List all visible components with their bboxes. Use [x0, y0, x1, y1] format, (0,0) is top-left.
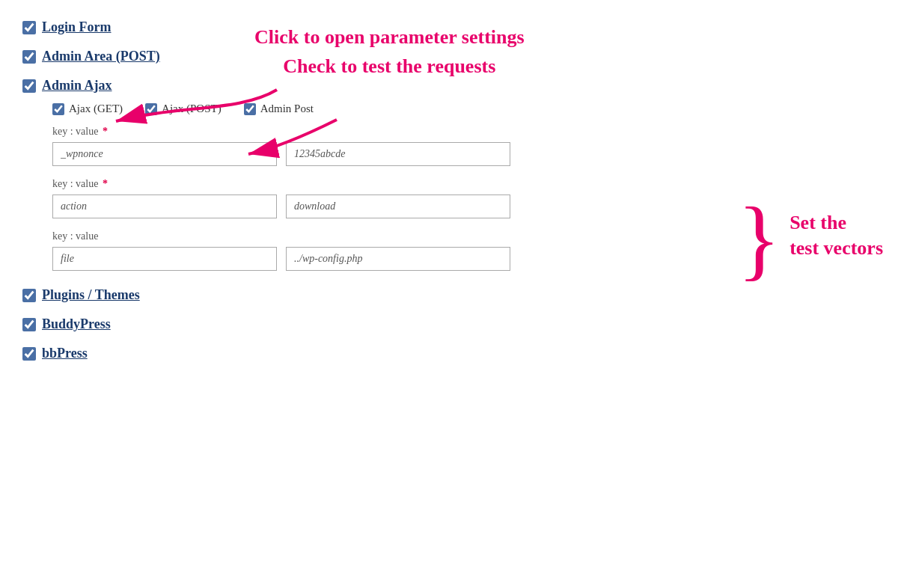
- label-admin-ajax[interactable]: Admin Ajax: [42, 78, 112, 94]
- kv-value-1[interactable]: [286, 142, 510, 166]
- sub-checkbox-ajax-post: Ajax (POST): [145, 102, 222, 115]
- kv-value-3[interactable]: [286, 247, 510, 271]
- top-annotation: Click to open parameter settings Check t…: [254, 22, 525, 81]
- label-buddypress[interactable]: BuddyPress: [42, 316, 111, 332]
- top-annotation-line2: Check to test the requests: [283, 55, 495, 77]
- checkbox-plugins-themes[interactable]: [22, 289, 36, 302]
- kv-row-1: [52, 142, 876, 166]
- checkbox-admin-post[interactable]: [244, 103, 256, 115]
- kv-value-2[interactable]: [286, 195, 510, 218]
- checkbox-ajax-post[interactable]: [145, 103, 157, 115]
- checkbox-ajax-get[interactable]: [52, 103, 64, 115]
- list-item-buddypress: BuddyPress: [22, 312, 876, 337]
- checkbox-admin-area[interactable]: [22, 50, 36, 64]
- label-plugins-themes[interactable]: Plugins / Themes: [42, 287, 140, 303]
- kv-label-1: key : value *: [52, 126, 876, 138]
- list-item-bbpress: bbPress: [22, 341, 876, 366]
- label-bbpress[interactable]: bbPress: [42, 346, 88, 361]
- side-annotation: } Set the test vectors: [738, 187, 883, 284]
- label-login-form[interactable]: Login Form: [42, 19, 112, 35]
- kv-key-3[interactable]: [52, 247, 277, 271]
- required-marker-2: *: [100, 178, 108, 189]
- top-annotation-line1: Click to open parameter settings: [254, 26, 525, 48]
- label-ajax-post: Ajax (POST): [162, 102, 222, 115]
- kv-key-2[interactable]: [52, 195, 277, 218]
- kv-key-1[interactable]: [52, 142, 277, 166]
- checkbox-bbpress[interactable]: [22, 347, 36, 361]
- sub-checkbox-ajax-get: Ajax (GET): [52, 102, 123, 115]
- side-annotation-text: Set the test vectors: [789, 210, 883, 261]
- required-marker-1: *: [100, 126, 108, 137]
- sub-checkboxes: Ajax (GET) Ajax (POST) Admin Post: [52, 102, 876, 115]
- curly-brace-icon: }: [738, 195, 781, 284]
- checkbox-buddypress[interactable]: [22, 318, 36, 331]
- label-admin-area[interactable]: Admin Area (POST): [42, 49, 160, 64]
- sub-checkbox-admin-post: Admin Post: [244, 102, 314, 115]
- label-admin-post: Admin Post: [260, 102, 314, 115]
- kv-group-1: key : value *: [52, 126, 876, 166]
- checkbox-admin-ajax[interactable]: [22, 79, 36, 93]
- checkbox-login-form[interactable]: [22, 21, 36, 34]
- label-ajax-get: Ajax (GET): [69, 102, 123, 115]
